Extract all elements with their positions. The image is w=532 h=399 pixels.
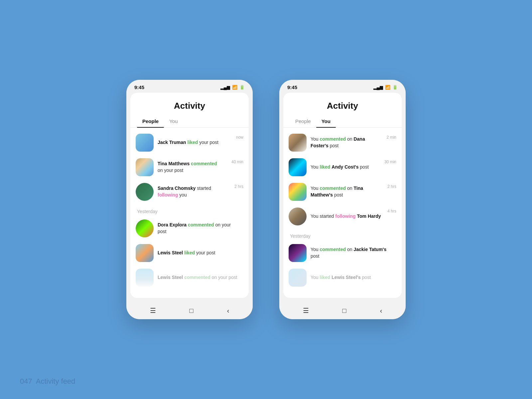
item-content: You liked Lewis Steel's post — [311, 274, 392, 281]
status-bar-1: 9:45 ▂▄▆ 📶 🔋 — [126, 80, 253, 93]
item-time: 30 min — [384, 158, 396, 164]
list-item[interactable]: You commented on Tina Matthew's post 2 h… — [283, 180, 402, 204]
item-content: Sandra Chomsky started following you — [158, 185, 230, 198]
item-name: Andy Cost's — [332, 164, 358, 170]
list-item[interactable]: You commented on Jackie Tatum's post — [283, 241, 402, 265]
status-icons-2: ▂▄▆ 📶 🔋 — [373, 85, 398, 90]
item-name: Lewis Steel — [158, 275, 184, 280]
item-time: 4 hrs — [387, 207, 396, 213]
list-item[interactable]: Jack Truman liked your post now — [130, 130, 249, 155]
status-bar-2: 9:45 ▂▄▆ 📶 🔋 — [279, 80, 406, 93]
battery-icon-2: 🔋 — [392, 85, 398, 90]
bottom-nav-1: ☰ □ ‹ — [126, 302, 253, 319]
item-action: commented — [184, 275, 210, 280]
section-label-yesterday-2: Yesterday — [283, 229, 402, 241]
item-content: You commented on Tina Matthew's post — [311, 185, 383, 198]
item-name: Lewis Steel's — [332, 275, 360, 280]
menu-icon-1[interactable]: ☰ — [150, 307, 156, 315]
tab-you-2[interactable]: You — [316, 115, 336, 127]
item-rest: post — [358, 164, 368, 170]
back-icon-2[interactable]: ‹ — [380, 307, 382, 315]
item-action: following — [158, 192, 178, 198]
item-action: commented — [320, 247, 346, 252]
item-name: Dora Explora — [158, 222, 188, 227]
avatar — [136, 158, 154, 176]
page-text: Activity feed — [36, 377, 75, 385]
item-pre: You — [311, 247, 320, 252]
item-rest: your post — [195, 250, 215, 255]
item-content: You liked Andy Cost's post — [311, 164, 380, 171]
item-time: 2 hrs — [387, 183, 396, 189]
home-icon-2[interactable]: □ — [342, 307, 346, 315]
menu-icon-2[interactable]: ☰ — [303, 307, 309, 315]
tab-people-1[interactable]: People — [137, 115, 164, 127]
list-item[interactable]: Tina Matthews commentedon your post 40 m… — [130, 155, 249, 180]
item-rest: on your post — [158, 168, 183, 173]
avatar — [136, 183, 154, 201]
item-pre: You — [311, 186, 320, 191]
phones-container: 9:45 ▂▄▆ 📶 🔋 Activity People You Jack Tr… — [126, 80, 406, 319]
item-action: commented — [320, 186, 346, 191]
item-pre: You — [311, 275, 320, 280]
list-item[interactable]: You commented on Dana Foster's post 2 mi… — [283, 130, 402, 155]
item-mid: on — [346, 247, 353, 252]
item-content: You started following Tom Hardy — [311, 213, 383, 220]
signal-icon-2: ▂▄▆ — [373, 85, 383, 90]
battery-icon-1: 🔋 — [239, 85, 245, 90]
app-title-2: Activity — [283, 93, 402, 115]
back-icon-1[interactable]: ‹ — [227, 307, 229, 315]
item-pre: You — [311, 164, 320, 170]
wifi-icon-1: 📶 — [232, 85, 237, 90]
item-time: 2 hrs — [234, 183, 243, 189]
list-item[interactable]: Sandra Chomsky started following you 2 h… — [130, 180, 249, 204]
status-icons-1: ▂▄▆ 📶 🔋 — [220, 85, 245, 90]
item-action: liked — [188, 140, 198, 145]
avatar — [289, 269, 307, 287]
list-item[interactable]: You started following Tom Hardy 4 hrs — [283, 204, 402, 229]
avatar — [136, 244, 154, 262]
avatar — [289, 183, 307, 201]
tabs-1: People You — [130, 115, 249, 128]
item-action: liked — [184, 250, 195, 255]
item-name: Lewis Steel — [158, 250, 184, 255]
item-action: liked — [320, 164, 331, 170]
avatar — [289, 244, 307, 262]
item-name: Jack Truman — [158, 140, 188, 145]
item-content: Lewis Steel liked your post — [158, 250, 239, 256]
avatar — [289, 134, 307, 152]
screen-content-1: Activity People You Jack Truman liked yo… — [130, 93, 249, 298]
item-time: 2 min — [387, 134, 396, 140]
feed-1: Jack Truman liked your post now Tina Mat… — [130, 128, 249, 298]
item-content: Lewis Steel commented on your post — [158, 274, 239, 281]
item-name: Tom Hardy — [357, 213, 381, 219]
item-content: You commented on Dana Foster's post — [311, 136, 383, 149]
signal-icon-1: ▂▄▆ — [220, 85, 230, 90]
section-label-yesterday-1: Yesterday — [130, 204, 249, 216]
item-action: commented — [188, 222, 214, 227]
item-action: liked — [320, 275, 331, 280]
phone-2: 9:45 ▂▄▆ 📶 🔋 Activity People You You com… — [279, 80, 406, 319]
page-label: 047 Activity feed — [20, 377, 75, 386]
avatar — [136, 134, 154, 152]
avatar — [289, 158, 307, 176]
tab-you-1[interactable]: You — [164, 115, 183, 127]
list-item[interactable]: Dora Explora commented on your post — [130, 216, 249, 241]
avatar — [136, 219, 154, 237]
page-number: 047 — [20, 377, 32, 385]
list-item[interactable]: Lewis Steel liked your post — [130, 241, 249, 265]
item-action: commented — [191, 161, 217, 166]
item-content: Dora Explora commented on your post — [158, 222, 239, 235]
home-icon-1[interactable]: □ — [190, 307, 194, 315]
avatar — [136, 269, 154, 287]
item-time: 40 min — [231, 158, 243, 164]
list-item[interactable]: You liked Lewis Steel's post — [283, 265, 402, 290]
tab-people-2[interactable]: People — [290, 115, 316, 127]
phone-1: 9:45 ▂▄▆ 📶 🔋 Activity People You Jack Tr… — [126, 80, 253, 319]
item-content: You commented on Jackie Tatum's post — [311, 246, 392, 259]
item-content: Jack Truman liked your post — [158, 139, 232, 146]
feed-2: You commented on Dana Foster's post 2 mi… — [283, 128, 402, 298]
list-item[interactable]: Lewis Steel commented on your post — [130, 265, 249, 290]
item-rest: post — [329, 143, 338, 148]
list-item[interactable]: You liked Andy Cost's post 30 min — [283, 155, 402, 180]
avatar — [289, 207, 307, 225]
